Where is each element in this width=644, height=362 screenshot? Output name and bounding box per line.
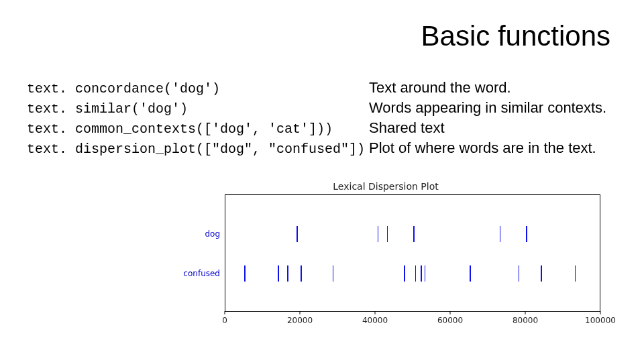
- x-tick-label: 0: [222, 316, 227, 325]
- dispersion-tick: [500, 226, 501, 242]
- code-description: Shared text: [369, 119, 445, 137]
- dispersion-tick: [470, 265, 471, 282]
- x-axis: 020000400006000080000100000: [225, 312, 600, 325]
- code-snippet: text. similar('dog'): [27, 101, 369, 117]
- dispersion-tick: [244, 265, 246, 282]
- function-list: text. concordance('dog') Text around the…: [27, 79, 617, 157]
- code-description: Words appearing in similar contexts.: [369, 99, 606, 117]
- dispersion-tick: [519, 265, 520, 282]
- y-tick-label: confused: [183, 269, 220, 278]
- code-description: Text around the word.: [369, 79, 511, 97]
- x-tick-label: 60000: [437, 316, 463, 325]
- dispersion-tick: [301, 265, 302, 282]
- dispersion-plot-figure: Lexical Dispersion Plot dogconfused 0200…: [184, 181, 587, 325]
- chart-title: Lexical Dispersion Plot: [184, 181, 587, 192]
- y-tick-label: dog: [205, 229, 220, 239]
- x-tick-label: 20000: [287, 316, 313, 325]
- dispersion-tick: [413, 226, 415, 242]
- dispersion-tick: [387, 226, 388, 242]
- dispersion-tick: [404, 265, 405, 282]
- dispersion-tick: [287, 265, 288, 282]
- dispersion-tick: [425, 265, 426, 282]
- list-item: text. dispersion_plot(["dog", "confused"…: [27, 139, 617, 157]
- x-tick-label: 80000: [513, 316, 538, 325]
- list-item: text. common_contexts(['dog', 'cat'])) S…: [27, 119, 617, 137]
- list-item: text. similar('dog') Words appearing in …: [27, 99, 617, 117]
- dispersion-tick: [278, 265, 279, 282]
- list-item: text. concordance('dog') Text around the…: [27, 79, 617, 97]
- dispersion-tick: [378, 226, 379, 242]
- dispersion-tick: [421, 265, 422, 282]
- code-description: Plot of where words are in the text.: [369, 139, 596, 157]
- code-snippet: text. dispersion_plot(["dog", "confused"…: [27, 141, 369, 157]
- dispersion-tick: [575, 265, 576, 282]
- code-snippet: text. common_contexts(['dog', 'cat'])): [27, 121, 369, 137]
- dispersion-tick: [541, 265, 542, 282]
- x-tick-label: 40000: [362, 316, 388, 325]
- dispersion-tick: [415, 265, 417, 282]
- page-title: Basic functions: [27, 20, 610, 52]
- dispersion-tick: [526, 226, 527, 242]
- dispersion-tick: [333, 265, 334, 282]
- plot-area: dogconfused: [225, 194, 600, 312]
- code-snippet: text. concordance('dog'): [27, 81, 369, 97]
- x-tick-label: 100000: [585, 316, 616, 325]
- dispersion-tick: [297, 226, 298, 242]
